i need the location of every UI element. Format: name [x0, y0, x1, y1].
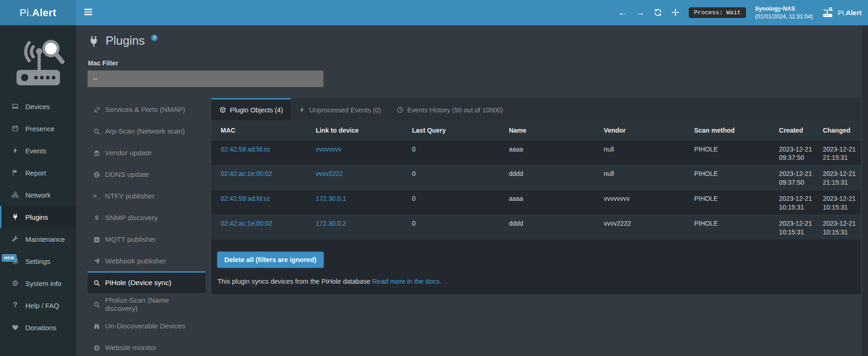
bank-icon	[93, 150, 101, 157]
label: Plugins	[25, 213, 48, 221]
name-value: aaaa	[509, 195, 523, 202]
label: Vendor update	[105, 149, 152, 157]
label: Webhook publisher	[105, 257, 166, 265]
scrollbar-track[interactable]	[861, 25, 868, 356]
sidebar-item-devices[interactable]: Devices	[0, 95, 76, 117]
tab-plugin-objects-4[interactable]: Plugin Objects (4)	[211, 98, 291, 120]
last_query-value: 0	[412, 220, 416, 227]
name-value: dddd	[509, 220, 523, 227]
label: Arp-Scan (Network scan)	[105, 127, 185, 135]
scan_method-value: PIHOLE	[694, 146, 718, 153]
plugin-nav-item-pihole-device-sync[interactable]: PiHole (Device sync)	[88, 271, 205, 293]
back-arrow-icon[interactable]: ←	[618, 8, 627, 17]
cell-name: dddd	[505, 165, 600, 190]
app-link[interactable]: Pi.Alert	[822, 7, 862, 18]
changed-value: 2023-12-21 21:15:31	[823, 170, 856, 186]
cell-last-query: 0	[408, 165, 505, 190]
plugin-objects-table: MACLink to deviceLast QueryNameVendorSca…	[211, 120, 861, 239]
plugin-nav: Services & Ports (NMAP)Arp-Scan (Network…	[88, 98, 205, 356]
cell-vendor: vvvv2222	[600, 215, 691, 239]
name-value: aaaa	[509, 146, 523, 153]
link-link[interactable]: 172.30.0.2	[316, 220, 346, 227]
link-link[interactable]: 172.30.0.1	[316, 195, 346, 202]
forward-arrow-icon[interactable]: →	[636, 8, 645, 17]
app-name-prefix: Pi.	[838, 9, 846, 17]
navbar-main: ← → Process: Wait Synology-NAS (01/01/20…	[76, 0, 868, 25]
changed-value: 2023-12-21 21:15:31	[823, 146, 856, 162]
fullscreen-move-icon[interactable]	[671, 8, 680, 17]
plugin-nav-item-snmp-discovery[interactable]: SSNMP discovery	[88, 206, 205, 228]
docs-link[interactable]: Read more in the docs.	[372, 278, 441, 285]
sidebar-item-system-info[interactable]: System info	[0, 272, 76, 294]
host-name: Synology-NAS	[755, 5, 813, 13]
cell-last-query: 0	[408, 140, 505, 165]
sidebar-item-presence[interactable]: Presence	[0, 117, 76, 140]
cell-last-query: 0	[408, 215, 505, 239]
plugin-nav-item-un-discoverable-devices[interactable]: Un-Discoverable Devices	[88, 315, 205, 336]
page-title: Plugins	[106, 34, 145, 48]
plugin-nav-item-webhook-publisher[interactable]: Webhook publisher	[88, 250, 205, 271]
vendor-value: vvvv2222	[604, 220, 631, 227]
cell-link: vvvv2222	[312, 165, 408, 190]
label: NTFY publisher	[105, 192, 154, 200]
column-header-scan-method: Scan method	[691, 120, 775, 140]
cell-link: 172.30.0.2	[312, 215, 408, 239]
plugin-nav-item-mqtt-publisher[interactable]: MQTT publisher	[88, 228, 205, 250]
help-badge[interactable]: ?	[151, 35, 158, 41]
table-header-row: MACLink to deviceLast QueryNameVendorSca…	[211, 120, 861, 140]
app-logo[interactable]: Pi.Alert	[0, 0, 76, 25]
table-row: 02:42:ac:1e:00:02172.30.0.20ddddvvvv2222…	[211, 215, 861, 239]
plugin-nav-item-ntfy-publisher[interactable]: >_NTFY publisher	[88, 185, 205, 206]
last_query-value: 0	[412, 195, 416, 202]
changed-value: 2023-12-21 10:15:31	[823, 195, 856, 211]
rss-square-icon	[93, 236, 101, 243]
plugin-nav-item-ddns-update[interactable]: DDNS update	[88, 163, 205, 185]
mac-link[interactable]: 02:42:ac:1e:00:02	[221, 220, 272, 227]
mac-link[interactable]: 02:42:59:ad:fd:cc	[221, 195, 270, 202]
label: Settings	[25, 257, 50, 265]
cell-created: 2023-12-21 10:15:31	[775, 215, 819, 239]
plugin-nav-item-arp-scan-network-scan[interactable]: Arp-Scan (Network scan)	[88, 120, 205, 141]
sidebar-item-events[interactable]: Events	[0, 140, 76, 162]
tab-unprocessed-events-0[interactable]: Unprocessed Events (0)	[291, 98, 389, 120]
cell-vendor: null	[600, 165, 691, 190]
plugin-nav-item-website-monitor[interactable]: Website monitor	[88, 336, 205, 356]
label: Devices	[25, 103, 50, 111]
cell-link: vvvvvvvv	[312, 140, 408, 165]
refresh-icon[interactable]	[654, 8, 662, 17]
delete-all-button[interactable]: Delete all (filters are ignored)	[217, 251, 324, 268]
plugin-nav-item-vendor-update[interactable]: Vendor update	[88, 141, 205, 163]
search-icon	[93, 128, 101, 135]
plugin-nav-item-services-ports-nmap[interactable]: Services & Ports (NMAP)	[88, 98, 205, 120]
sidebar-item-network[interactable]: Network	[0, 184, 76, 206]
cell-name: aaaa	[505, 140, 600, 165]
cell-scan-method: PIHOLE	[691, 190, 775, 215]
pialert-logo	[0, 25, 76, 95]
table-row: 02:42:59:ad:fd:ccvvvvvvvv0aaaanullPIHOLE…	[211, 140, 861, 165]
label: PiHole (Device sync)	[105, 279, 171, 287]
tab-events-history-50-out-of-10000[interactable]: Events History (50 out of 10000)	[389, 98, 511, 120]
plugin-nav-item-pholus-scan-name-discovery[interactable]: Pholus-Scan (Name discovery)	[88, 293, 205, 315]
sidebar-item-help-faq[interactable]: ?Help / FAQ	[0, 294, 76, 316]
mac-link[interactable]: 02:42:59:ad:fd:cc	[221, 146, 270, 153]
host-datetime: (01/01/2024, 11:31:04)	[755, 13, 813, 21]
mac-link[interactable]: 02:42:ac:1e:00:02	[221, 170, 272, 177]
link-link[interactable]: vvvvvvvv	[316, 146, 341, 153]
sidebar-item-maintenance[interactable]: Maintenance	[0, 228, 76, 250]
sidebar-item-donations[interactable]: Donations	[0, 316, 76, 338]
cell-mac: 02:42:59:ad:fd:cc	[211, 140, 312, 165]
changed-value: 2023-12-21 10:15:31	[823, 220, 856, 236]
created-value: 2023-12-21 09:37:50	[779, 170, 812, 186]
column-header-mac: MAC	[211, 120, 312, 140]
plugin-tabs: Plugin Objects (4)Unprocessed Events (0)…	[211, 98, 861, 120]
sidebar-toggle-icon[interactable]	[84, 7, 92, 18]
link-link[interactable]: vvvv2222	[316, 170, 343, 177]
mac-filter-input[interactable]	[88, 70, 323, 87]
paper-plane-icon	[93, 258, 101, 265]
cell-link: 172.30.0.1	[312, 190, 408, 215]
brand-prefix: Pi.	[20, 7, 32, 19]
label: Events	[25, 147, 47, 155]
label: System info	[25, 280, 61, 287]
sidebar-item-plugins[interactable]: Plugins	[0, 206, 76, 228]
sidebar-item-report[interactable]: Report	[0, 162, 76, 184]
